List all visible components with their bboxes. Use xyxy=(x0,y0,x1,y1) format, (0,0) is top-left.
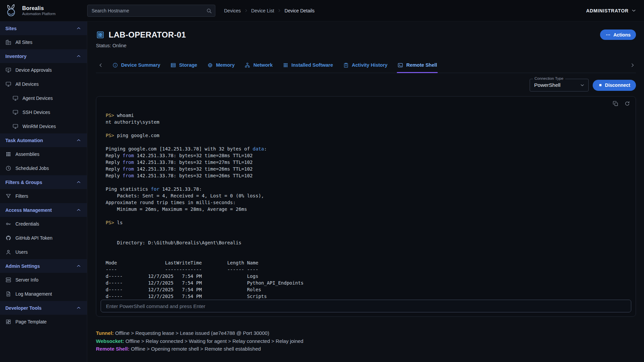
command-input[interactable] xyxy=(101,300,631,312)
sidebar-item-users[interactable]: Users xyxy=(0,245,87,259)
sidebar-item-device-approvals[interactable]: Device Approvals xyxy=(0,63,87,77)
tab-label: Device Summary xyxy=(121,62,160,68)
github-icon xyxy=(5,235,11,241)
connection-type-select[interactable]: Connection Type PowerShell xyxy=(530,79,589,92)
doc-icon xyxy=(5,291,11,297)
terminal-line: Mode LastWriteTime Length Name xyxy=(106,259,628,266)
terminal-line: Reply from 142.251.33.78: bytes=32 time=… xyxy=(106,166,628,172)
sidebar-item-scheduled-jobs[interactable]: Scheduled Jobs xyxy=(0,161,87,175)
breadcrumb-item-devices[interactable]: Devices xyxy=(224,8,241,13)
info-icon xyxy=(112,62,118,68)
copy-output-icon[interactable] xyxy=(612,101,619,107)
borealis-logo-icon xyxy=(4,3,19,18)
sidebar-item-label: Page Template xyxy=(15,319,47,324)
sidebar-section-sites[interactable]: Sites xyxy=(0,21,87,35)
breadcrumb-separator-icon xyxy=(277,8,281,13)
history-icon xyxy=(343,62,349,68)
sidebar-item-filters[interactable]: Filters xyxy=(0,189,87,203)
terminal-line: Packets: Sent = 4, Received = 4, Lost = … xyxy=(106,192,628,199)
server-icon xyxy=(5,277,11,283)
app-root: Borealis Automation Platform DevicesDevi… xyxy=(0,0,644,362)
memory-icon xyxy=(207,62,213,68)
sidebar-item-all-devices[interactable]: All Devices xyxy=(0,77,87,91)
tabs-scroll-left-icon[interactable] xyxy=(98,62,104,68)
main-content: LAB-OPERATOR-01 Actions Status: Online D… xyxy=(87,21,644,362)
sidebar-item-label: Agent Devices xyxy=(22,96,53,101)
sidebar-section-task-automation[interactable]: Task Automation xyxy=(0,133,87,147)
user-menu[interactable]: ADMINISTRATOR xyxy=(586,8,637,13)
chevron-up-icon xyxy=(76,207,82,213)
breadcrumb-separator-icon xyxy=(244,8,248,13)
connection-controls: Connection Type PowerShell Disconnect xyxy=(96,77,636,93)
terminal-icon xyxy=(397,62,403,68)
sidebar-item-label: SSH Devices xyxy=(22,110,50,115)
device-status: Status: Online xyxy=(96,43,636,48)
search-box xyxy=(87,5,215,17)
filter-icon xyxy=(5,193,11,199)
sidebar-section-inventory[interactable]: Inventory xyxy=(0,49,87,63)
tab-installed-software[interactable]: Installed Software xyxy=(283,57,333,73)
terminal-line: d----- 12/7/2025 7:54 PM Python_API_Endp… xyxy=(106,280,628,286)
sidebar-section-access-management[interactable]: Access Management xyxy=(0,203,87,217)
status-line-label: Remote Shell: xyxy=(96,346,129,352)
sidebar-item-ssh-devices[interactable]: SSH Devices xyxy=(0,105,87,119)
chevron-up-icon xyxy=(76,25,82,31)
sidebar-item-page-template[interactable]: Page Template xyxy=(0,315,87,329)
device-icon xyxy=(5,81,11,87)
network-icon xyxy=(245,62,250,68)
terminal-line: d----- 12/7/2025 7:54 PM Roles xyxy=(106,286,628,293)
tab-device-summary[interactable]: Device Summary xyxy=(112,57,160,73)
tab-network[interactable]: Network xyxy=(245,57,272,73)
sidebar-section-developer-tools[interactable]: Developer Tools xyxy=(0,301,87,315)
actions-button[interactable]: Actions xyxy=(600,29,636,40)
sidebar-section-admin-settings[interactable]: Admin Settings xyxy=(0,259,87,273)
breadcrumb: DevicesDevice ListDevice Details xyxy=(224,8,315,13)
tabs-scroll-right-icon[interactable] xyxy=(630,62,635,68)
dashboard-icon xyxy=(5,319,11,325)
storage-icon xyxy=(170,62,176,68)
breadcrumb-item-device-details[interactable]: Device Details xyxy=(284,8,314,13)
terminal-output[interactable]: PS> whoamint authority\system PS> ping g… xyxy=(106,112,628,300)
brand-name: Borealis xyxy=(22,5,56,11)
terminal-line: PS> ls xyxy=(106,219,628,226)
tab-activity-history[interactable]: Activity History xyxy=(343,57,387,73)
search-icon xyxy=(206,8,212,14)
sidebar-item-all-sites[interactable]: All Sites xyxy=(0,35,87,49)
sidebar-item-label: Device Approvals xyxy=(15,67,52,73)
sidebar-item-assemblies[interactable]: Assemblies xyxy=(0,147,87,161)
sidebar-item-label: All Devices xyxy=(15,81,39,87)
terminal-line: Minimum = 26ms, Maximum = 28ms, Average … xyxy=(106,206,628,213)
breadcrumb-item-device-list[interactable]: Device List xyxy=(251,8,274,13)
tab-label: Memory xyxy=(216,62,235,68)
terminal-line: Reply from 142.251.33.78: bytes=32 time=… xyxy=(106,159,628,166)
sidebar-item-agent-devices[interactable]: Agent Devices xyxy=(0,91,87,105)
sidebar-item-server-info[interactable]: Server Info xyxy=(0,273,87,287)
tab-memory[interactable]: Memory xyxy=(207,57,235,73)
device-header: LAB-OPERATOR-01 Actions xyxy=(96,30,636,40)
chevron-down-icon xyxy=(631,8,637,13)
tab-label: Installed Software xyxy=(291,62,333,68)
sidebar-section-label: Admin Settings xyxy=(5,263,40,269)
chevron-up-icon xyxy=(76,179,82,185)
chevron-up-icon xyxy=(76,305,82,311)
disconnect-button[interactable]: Disconnect xyxy=(593,80,636,91)
sidebar-item-log-management[interactable]: Log Management xyxy=(0,287,87,301)
terminal-tools xyxy=(612,101,630,107)
sidebar-section-label: Task Automation xyxy=(5,138,43,143)
sidebar-section-filters-groups[interactable]: Filters & Groups xyxy=(0,175,87,189)
status-line-label: Websocket: xyxy=(96,338,124,344)
sidebar-item-winrm-devices[interactable]: WinRM Devices xyxy=(0,119,87,133)
sidebar-item-github-api-token[interactable]: GitHub API Token xyxy=(0,231,87,245)
tab-storage[interactable]: Storage xyxy=(170,57,197,73)
brand[interactable]: Borealis Automation Platform xyxy=(4,3,87,18)
refresh-icon[interactable] xyxy=(624,101,630,107)
sidebar-item-credentials[interactable]: Credentials xyxy=(0,217,87,231)
tab-remote-shell[interactable]: Remote Shell xyxy=(397,57,437,73)
terminal-line: Reply from 142.251.33.78: bytes=32 time=… xyxy=(106,152,628,159)
terminal-line xyxy=(106,226,628,233)
search-input[interactable] xyxy=(87,5,215,17)
connection-type-label: Connection Type xyxy=(533,76,565,80)
status-line-tunnel: Tunnel: Offline > Requesting lease > Lea… xyxy=(96,329,636,337)
terminal-line xyxy=(106,233,628,239)
tab-label: Storage xyxy=(179,62,197,68)
